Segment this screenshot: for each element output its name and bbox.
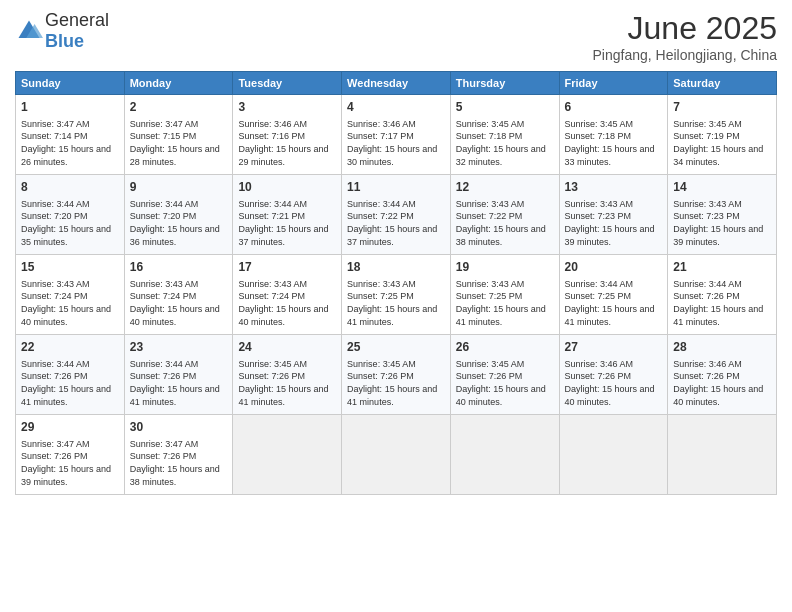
page: General Blue June 2025 Pingfang, Heilong…	[0, 0, 792, 612]
day-info: Sunrise: 3:44 AMSunset: 7:20 PMDaylight:…	[21, 199, 111, 247]
day-cell: 9 Sunrise: 3:44 AMSunset: 7:20 PMDayligh…	[124, 175, 233, 255]
day-cell: 12 Sunrise: 3:43 AMSunset: 7:22 PMDaylig…	[450, 175, 559, 255]
day-info: Sunrise: 3:43 AMSunset: 7:24 PMDaylight:…	[21, 279, 111, 327]
day-info: Sunrise: 3:47 AMSunset: 7:14 PMDaylight:…	[21, 119, 111, 167]
day-info: Sunrise: 3:44 AMSunset: 7:26 PMDaylight:…	[130, 359, 220, 407]
day-number: 15	[21, 259, 119, 276]
col-saturday: Saturday	[668, 72, 777, 95]
day-number: 6	[565, 99, 663, 116]
day-info: Sunrise: 3:45 AMSunset: 7:26 PMDaylight:…	[456, 359, 546, 407]
day-cell: 20 Sunrise: 3:44 AMSunset: 7:25 PMDaylig…	[559, 255, 668, 335]
day-info: Sunrise: 3:44 AMSunset: 7:20 PMDaylight:…	[130, 199, 220, 247]
day-cell: 29 Sunrise: 3:47 AMSunset: 7:26 PMDaylig…	[16, 415, 125, 495]
day-info: Sunrise: 3:47 AMSunset: 7:15 PMDaylight:…	[130, 119, 220, 167]
day-number: 20	[565, 259, 663, 276]
day-cell: 15 Sunrise: 3:43 AMSunset: 7:24 PMDaylig…	[16, 255, 125, 335]
title-block: June 2025 Pingfang, Heilongjiang, China	[593, 10, 777, 63]
day-number: 10	[238, 179, 336, 196]
day-info: Sunrise: 3:44 AMSunset: 7:25 PMDaylight:…	[565, 279, 655, 327]
day-number: 9	[130, 179, 228, 196]
day-number: 11	[347, 179, 445, 196]
day-info: Sunrise: 3:43 AMSunset: 7:25 PMDaylight:…	[456, 279, 546, 327]
day-cell: 6 Sunrise: 3:45 AMSunset: 7:18 PMDayligh…	[559, 95, 668, 175]
logo-blue: Blue	[45, 31, 84, 51]
day-info: Sunrise: 3:43 AMSunset: 7:24 PMDaylight:…	[130, 279, 220, 327]
day-info: Sunrise: 3:46 AMSunset: 7:26 PMDaylight:…	[565, 359, 655, 407]
day-info: Sunrise: 3:44 AMSunset: 7:26 PMDaylight:…	[21, 359, 111, 407]
day-info: Sunrise: 3:47 AMSunset: 7:26 PMDaylight:…	[130, 439, 220, 487]
day-info: Sunrise: 3:46 AMSunset: 7:26 PMDaylight:…	[673, 359, 763, 407]
day-cell: 11 Sunrise: 3:44 AMSunset: 7:22 PMDaylig…	[342, 175, 451, 255]
day-number: 26	[456, 339, 554, 356]
day-info: Sunrise: 3:47 AMSunset: 7:26 PMDaylight:…	[21, 439, 111, 487]
day-cell: 27 Sunrise: 3:46 AMSunset: 7:26 PMDaylig…	[559, 335, 668, 415]
day-info: Sunrise: 3:43 AMSunset: 7:23 PMDaylight:…	[565, 199, 655, 247]
day-number: 28	[673, 339, 771, 356]
day-number: 3	[238, 99, 336, 116]
day-cell: 7 Sunrise: 3:45 AMSunset: 7:19 PMDayligh…	[668, 95, 777, 175]
day-cell: 5 Sunrise: 3:45 AMSunset: 7:18 PMDayligh…	[450, 95, 559, 175]
day-cell: 25 Sunrise: 3:45 AMSunset: 7:26 PMDaylig…	[342, 335, 451, 415]
col-wednesday: Wednesday	[342, 72, 451, 95]
day-cell: 17 Sunrise: 3:43 AMSunset: 7:24 PMDaylig…	[233, 255, 342, 335]
day-number: 8	[21, 179, 119, 196]
day-cell: 24 Sunrise: 3:45 AMSunset: 7:26 PMDaylig…	[233, 335, 342, 415]
logo-icon	[15, 17, 43, 45]
logo-general: General	[45, 10, 109, 30]
day-number: 4	[347, 99, 445, 116]
day-number: 25	[347, 339, 445, 356]
day-cell: 22 Sunrise: 3:44 AMSunset: 7:26 PMDaylig…	[16, 335, 125, 415]
day-info: Sunrise: 3:45 AMSunset: 7:26 PMDaylight:…	[238, 359, 328, 407]
calendar-table: Sunday Monday Tuesday Wednesday Thursday…	[15, 71, 777, 495]
day-number: 24	[238, 339, 336, 356]
day-number: 5	[456, 99, 554, 116]
day-cell: 8 Sunrise: 3:44 AMSunset: 7:20 PMDayligh…	[16, 175, 125, 255]
day-number: 23	[130, 339, 228, 356]
day-cell: 18 Sunrise: 3:43 AMSunset: 7:25 PMDaylig…	[342, 255, 451, 335]
day-number: 17	[238, 259, 336, 276]
day-number: 21	[673, 259, 771, 276]
calendar-header-row: Sunday Monday Tuesday Wednesday Thursday…	[16, 72, 777, 95]
day-cell: 23 Sunrise: 3:44 AMSunset: 7:26 PMDaylig…	[124, 335, 233, 415]
day-cell: 28 Sunrise: 3:46 AMSunset: 7:26 PMDaylig…	[668, 335, 777, 415]
day-number: 18	[347, 259, 445, 276]
day-cell: 1 Sunrise: 3:47 AMSunset: 7:14 PMDayligh…	[16, 95, 125, 175]
week-row-4: 22 Sunrise: 3:44 AMSunset: 7:26 PMDaylig…	[16, 335, 777, 415]
day-cell: 3 Sunrise: 3:46 AMSunset: 7:16 PMDayligh…	[233, 95, 342, 175]
day-cell: 26 Sunrise: 3:45 AMSunset: 7:26 PMDaylig…	[450, 335, 559, 415]
month-year-title: June 2025	[593, 10, 777, 47]
day-cell: 21 Sunrise: 3:44 AMSunset: 7:26 PMDaylig…	[668, 255, 777, 335]
day-info: Sunrise: 3:45 AMSunset: 7:26 PMDaylight:…	[347, 359, 437, 407]
week-row-1: 1 Sunrise: 3:47 AMSunset: 7:14 PMDayligh…	[16, 95, 777, 175]
day-info: Sunrise: 3:46 AMSunset: 7:16 PMDaylight:…	[238, 119, 328, 167]
day-cell	[233, 415, 342, 495]
day-info: Sunrise: 3:44 AMSunset: 7:21 PMDaylight:…	[238, 199, 328, 247]
location-subtitle: Pingfang, Heilongjiang, China	[593, 47, 777, 63]
week-row-5: 29 Sunrise: 3:47 AMSunset: 7:26 PMDaylig…	[16, 415, 777, 495]
day-number: 30	[130, 419, 228, 436]
day-info: Sunrise: 3:43 AMSunset: 7:24 PMDaylight:…	[238, 279, 328, 327]
col-friday: Friday	[559, 72, 668, 95]
day-info: Sunrise: 3:43 AMSunset: 7:25 PMDaylight:…	[347, 279, 437, 327]
day-number: 22	[21, 339, 119, 356]
logo: General Blue	[15, 10, 109, 52]
day-number: 2	[130, 99, 228, 116]
day-number: 12	[456, 179, 554, 196]
day-info: Sunrise: 3:43 AMSunset: 7:23 PMDaylight:…	[673, 199, 763, 247]
header: General Blue June 2025 Pingfang, Heilong…	[15, 10, 777, 63]
day-number: 1	[21, 99, 119, 116]
day-number: 29	[21, 419, 119, 436]
day-cell: 14 Sunrise: 3:43 AMSunset: 7:23 PMDaylig…	[668, 175, 777, 255]
day-number: 19	[456, 259, 554, 276]
day-cell: 2 Sunrise: 3:47 AMSunset: 7:15 PMDayligh…	[124, 95, 233, 175]
week-row-2: 8 Sunrise: 3:44 AMSunset: 7:20 PMDayligh…	[16, 175, 777, 255]
col-monday: Monday	[124, 72, 233, 95]
day-info: Sunrise: 3:43 AMSunset: 7:22 PMDaylight:…	[456, 199, 546, 247]
day-cell: 13 Sunrise: 3:43 AMSunset: 7:23 PMDaylig…	[559, 175, 668, 255]
day-number: 27	[565, 339, 663, 356]
day-number: 13	[565, 179, 663, 196]
col-tuesday: Tuesday	[233, 72, 342, 95]
day-cell: 19 Sunrise: 3:43 AMSunset: 7:25 PMDaylig…	[450, 255, 559, 335]
day-cell: 16 Sunrise: 3:43 AMSunset: 7:24 PMDaylig…	[124, 255, 233, 335]
day-info: Sunrise: 3:44 AMSunset: 7:22 PMDaylight:…	[347, 199, 437, 247]
